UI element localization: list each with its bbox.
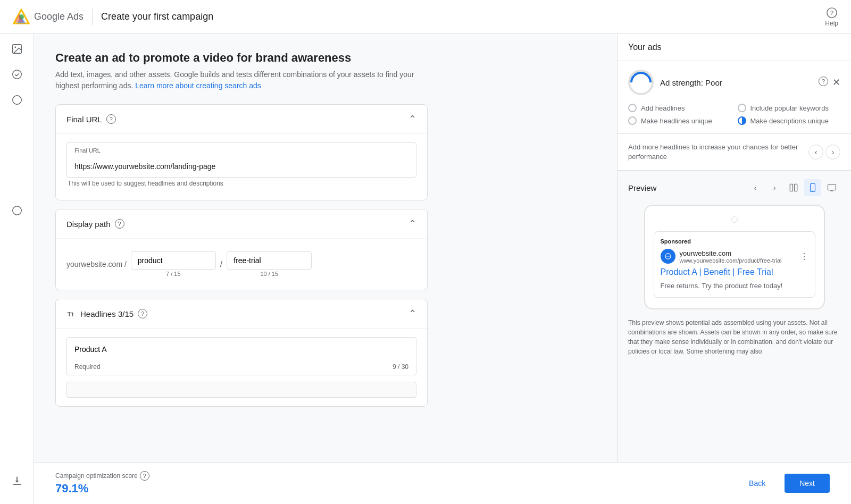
header-title: Create your first campaign (101, 11, 213, 22)
suggestion-text-2: Include popular keywords (750, 104, 829, 112)
opt-score-value: 79.1% (55, 482, 149, 495)
tip-text: Add more headlines to increase your chan… (628, 142, 808, 162)
next-button[interactable]: Next (785, 474, 830, 493)
headlines-card: Tt Headlines 3/15 ? ⌃ Required 9 / 30 (55, 299, 428, 407)
ad-menu-icon[interactable]: ⋮ (800, 251, 808, 262)
app-header: Google Ads Create your first campaign ? … (0, 0, 851, 34)
svg-point-15 (812, 190, 813, 191)
ad-strength-close-icon[interactable]: ✕ (832, 77, 840, 88)
svg-point-9 (12, 96, 21, 105)
ad-strength-circle (628, 70, 654, 95)
svg-point-7 (14, 46, 16, 48)
headlines-help-icon[interactable]: ? (138, 309, 147, 318)
ad-description: Free returns. Try the product free today… (661, 281, 808, 291)
display-path-header[interactable]: Display path ? ⌃ (56, 209, 427, 238)
final-url-field-group: Final URL This will be used to suggest h… (66, 142, 416, 187)
path-slash-icon: / (220, 259, 222, 269)
help-label: Help (825, 20, 838, 27)
phone-mockup: Sponsored yourwebsite.com www.yourwebsit… (644, 205, 825, 309)
page-heading: Create an ad to promote a video for bran… (55, 51, 428, 65)
sidebar-icon-image[interactable] (11, 43, 23, 55)
sidebar-icon-circle2[interactable] (11, 204, 23, 217)
final-url-help-icon[interactable]: ? (106, 114, 116, 124)
back-button[interactable]: Back (736, 474, 778, 493)
suggestion-circle-empty3 (628, 116, 637, 125)
path1-input[interactable] (131, 251, 216, 270)
tip-prev-button[interactable]: ‹ (808, 145, 823, 159)
logo-text: Google Ads (34, 11, 84, 22)
learn-more-link[interactable]: Learn more about creating search ads (135, 81, 261, 90)
suggestion-item: Add headlines (628, 104, 731, 112)
your-ads-label: Your ads (628, 43, 662, 52)
svg-text:?: ? (830, 9, 833, 15)
suggestions-grid: Add headlines Include popular keywords M… (628, 104, 840, 125)
headline1-input[interactable] (67, 338, 416, 361)
tip-nav: ‹ › (808, 145, 840, 159)
sponsored-text: Sponsored (661, 238, 808, 245)
svg-rect-13 (795, 184, 797, 192)
final-url-hint: This will be used to suggest headlines a… (66, 180, 416, 187)
final-url-field-label: Final URL (67, 143, 416, 154)
suggestion-circle-empty2 (738, 104, 746, 112)
svg-rect-16 (828, 184, 836, 190)
final-url-card: Final URL ? ⌃ Final URL This will be use… (55, 104, 428, 200)
ad-strength-section: Ad strength: Poor ? ✕ Add headlines Incl… (618, 61, 851, 134)
headline2-placeholder[interactable] (66, 382, 416, 398)
headlines-header[interactable]: Tt Headlines 3/15 ? ⌃ (56, 299, 427, 328)
optimization-score: Campaign optimization score ? 79.1% (55, 471, 149, 495)
preview-prev-button[interactable]: ‹ (747, 179, 764, 196)
svg-point-8 (12, 70, 21, 79)
final-url-input[interactable] (67, 156, 416, 177)
headline1-footer: Required 9 / 30 (67, 361, 416, 375)
ad-headline: Product A | Benefit | Free Trial (661, 267, 808, 278)
suggestion-text-1: Add headlines (641, 104, 685, 112)
header-divider (92, 9, 93, 26)
display-path-chevron-icon: ⌃ (408, 218, 416, 230)
svg-text:Tt: Tt (68, 310, 74, 318)
sidebar (0, 34, 34, 504)
site-icon (661, 249, 675, 264)
final-url-label: Final URL (66, 115, 102, 124)
headlines-label: Headlines 3/15 (80, 309, 134, 318)
headline1-required: Required (74, 363, 101, 371)
bottom-buttons: Back Next (736, 474, 830, 493)
bottom-bar: Campaign optimization score ? 79.1% Back… (34, 462, 851, 504)
display-path-help-icon[interactable]: ? (115, 219, 124, 229)
sidebar-icon-circle1[interactable] (11, 94, 23, 106)
preview-mobile-button[interactable] (804, 179, 821, 196)
headline1-counter: 9 / 30 (393, 363, 408, 371)
your-ads-header: Your ads (618, 34, 851, 61)
site-name: yourwebsite.com (680, 249, 782, 257)
path2-input[interactable] (227, 251, 312, 270)
ad-card: Sponsored yourwebsite.com www.yourwebsit… (654, 231, 815, 298)
final-url-body: Final URL This will be used to suggest h… (56, 133, 427, 200)
preview-next-button[interactable]: › (766, 179, 783, 196)
sidebar-icon-download[interactable] (11, 474, 23, 487)
suggestion-item-2: Include popular keywords (738, 104, 841, 112)
preview-desktop-button[interactable] (823, 179, 840, 196)
preview-note: This preview shows potential ads assembl… (628, 318, 840, 356)
final-url-header[interactable]: Final URL ? ⌃ (56, 105, 427, 133)
display-path-card: Display path ? ⌃ yourwebsite.com / 7 / 1… (55, 209, 428, 290)
tip-next-button[interactable]: › (825, 145, 840, 159)
preview-split-button[interactable] (785, 179, 802, 196)
site-url: www.yourwebsite.com/product/free-trial (680, 257, 782, 264)
preview-section: Preview ‹ › (618, 171, 851, 365)
opt-score-label: Campaign optimization score ? (55, 471, 149, 481)
google-ads-logo-icon (13, 9, 30, 26)
help-button[interactable]: ? Help (825, 7, 838, 27)
path2-counter: 10 / 15 (227, 271, 312, 277)
text-format-icon: Tt (66, 309, 76, 318)
suggestion-item-3: Make headlines unique (628, 116, 731, 125)
path2-group: 10 / 15 (227, 251, 312, 277)
suggestion-circle-half (738, 116, 746, 125)
display-path-label: Display path (66, 220, 111, 229)
ad-strength-help-icon[interactable]: ? (819, 77, 828, 86)
suggestion-text-4: Make descriptions unique (750, 117, 829, 125)
headlines-chevron-icon: ⌃ (408, 308, 416, 320)
opt-score-help-icon[interactable]: ? (140, 471, 149, 481)
help-circle-icon: ? (826, 7, 838, 19)
ad-site-row: yourwebsite.com www.yourwebsite.com/prod… (661, 249, 808, 264)
final-url-input-wrapper: Final URL (66, 142, 416, 178)
sidebar-icon-check[interactable] (11, 68, 23, 81)
